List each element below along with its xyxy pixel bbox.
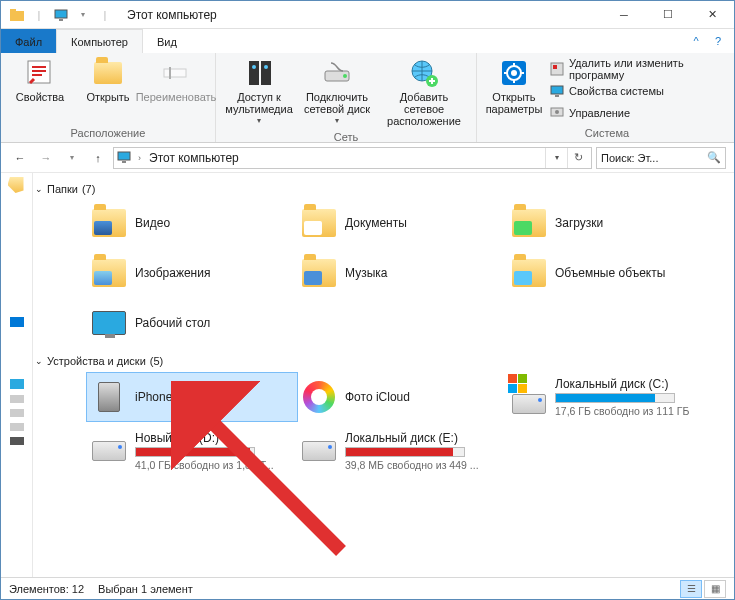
open-settings-button[interactable]: Открыть параметры (483, 55, 545, 117)
folder-name: Музыка (345, 266, 387, 280)
group-folders-count: (7) (82, 183, 95, 195)
address-dropdown-button[interactable]: ▾ (545, 148, 567, 168)
svg-rect-0 (10, 11, 24, 21)
ribbon-group-network-label: Сеть (334, 129, 358, 144)
status-selected: Выбран 1 элемент (98, 583, 193, 595)
chevron-right-icon[interactable]: › (136, 153, 143, 163)
device-item[interactable]: iPhone Pixel (87, 373, 297, 421)
svg-rect-3 (59, 19, 63, 21)
refresh-button[interactable]: ↻ (567, 148, 589, 168)
sidebar-item[interactable] (8, 177, 26, 195)
minimize-button[interactable]: ─ (602, 1, 646, 29)
ribbon-help-button[interactable]: ^ (686, 29, 710, 53)
folder-item[interactable]: Загрузки (507, 201, 717, 245)
folder-item[interactable]: Музыка (297, 251, 507, 295)
group-header-folders[interactable]: ⌄ Папки (7) (35, 179, 724, 201)
sidebar-item[interactable] (10, 409, 24, 417)
content-pane[interactable]: ⌄ Папки (7) ВидеоДокументыЗагрузкиИзобра… (33, 173, 734, 579)
sidebar-item[interactable] (10, 395, 24, 403)
sidebar-item[interactable] (10, 317, 24, 327)
navigation-bar: ← → ▾ ↑ › Этот компьютер ▾ ↻ Поиск: Эт..… (1, 143, 734, 173)
up-button[interactable]: ↑ (87, 147, 109, 169)
drive-item[interactable]: Новый том (D:)41,0 ГБ свободно из 1,81 Т… (87, 427, 297, 475)
add-netloc-label: Добавить сетевое расположение (380, 91, 468, 127)
device-item[interactable]: Фото iCloud (297, 373, 507, 421)
settings-icon (498, 57, 530, 89)
item-name: Новый том (D:) (135, 431, 274, 445)
address-segment[interactable]: Этот компьютер (147, 151, 241, 165)
qat-dropdown-icon[interactable]: ▾ (75, 7, 91, 23)
search-box[interactable]: Поиск: Эт... 🔍 (596, 147, 726, 169)
item-name: Локальный диск (C:) (555, 377, 689, 391)
ribbon-group-location: Свойства Открыть Переименовать Расположе… (1, 53, 216, 142)
folder-icon (301, 205, 337, 241)
folder-item[interactable]: Изображения (87, 251, 297, 295)
address-bar[interactable]: › Этот компьютер ▾ ↻ (113, 147, 592, 169)
search-icon: 🔍 (707, 151, 721, 164)
drive-item[interactable]: Локальный диск (E:)39,8 МБ свободно из 4… (297, 427, 507, 475)
drive-item[interactable]: Локальный диск (C:)17,6 ГБ свободно из 1… (507, 373, 717, 421)
sidebar-item[interactable] (10, 379, 24, 389)
uninstall-button[interactable]: Удалить или изменить программу (547, 59, 731, 79)
svg-rect-33 (518, 384, 527, 393)
tab-view[interactable]: Вид (143, 29, 191, 53)
help-button[interactable]: ? (710, 29, 734, 53)
item-name: Локальный диск (E:) (345, 431, 479, 445)
window-controls: ─ ☐ ✕ (602, 1, 734, 29)
uninstall-icon (549, 61, 565, 77)
quick-access-toolbar: | ▾ | (1, 7, 121, 23)
manage-button[interactable]: Управление (547, 103, 731, 123)
navigation-pane[interactable] (1, 173, 33, 579)
open-button[interactable]: Открыть (75, 55, 141, 105)
add-network-location-button[interactable]: Добавить сетевое расположение (378, 55, 470, 129)
item-name: Фото iCloud (345, 390, 410, 404)
tab-file[interactable]: Файл (1, 29, 56, 53)
folder-icon (91, 255, 127, 291)
folder-icon (91, 205, 127, 241)
svg-point-10 (264, 65, 268, 69)
item-icon (91, 433, 127, 469)
sidebar-item[interactable] (10, 437, 24, 445)
status-elements: Элементов: 12 (9, 583, 84, 595)
folder-name: Изображения (135, 266, 210, 280)
drive-free-space: 17,6 ГБ свободно из 111 ГБ (555, 405, 689, 417)
folder-item[interactable]: Документы (297, 201, 507, 245)
svg-rect-23 (553, 65, 557, 69)
manage-icon (549, 105, 565, 121)
media-access-button[interactable]: Доступ к мультимедиа ▾ (222, 55, 296, 129)
media-label: Доступ к мультимедиа (225, 91, 293, 115)
chevron-down-icon: ⌄ (35, 184, 43, 194)
add-netloc-icon (408, 57, 440, 89)
properties-button[interactable]: Свойства (7, 55, 73, 105)
system-properties-button[interactable]: Свойства системы (547, 81, 731, 101)
sidebar-item[interactable] (10, 423, 24, 431)
ribbon-group-system: Открыть параметры Удалить или изменить п… (477, 53, 735, 142)
map-drive-button[interactable]: Подключить сетевой диск ▾ (298, 55, 376, 129)
tab-computer[interactable]: Компьютер (56, 29, 143, 53)
search-placeholder: Поиск: Эт... (601, 152, 659, 164)
folder-name: Видео (135, 216, 170, 230)
group-header-devices[interactable]: ⌄ Устройства и диски (5) (35, 351, 724, 373)
close-button[interactable]: ✕ (690, 1, 734, 29)
recent-locations-button[interactable]: ▾ (61, 147, 83, 169)
svg-point-9 (252, 65, 256, 69)
svg-rect-30 (508, 374, 517, 383)
svg-rect-2 (55, 10, 67, 18)
folder-item[interactable]: Объемные объекты (507, 251, 717, 295)
folder-icon (511, 255, 547, 291)
maximize-button[interactable]: ☐ (646, 1, 690, 29)
uninstall-label: Удалить или изменить программу (569, 57, 729, 81)
back-button[interactable]: ← (9, 147, 31, 169)
sysprops-icon (549, 83, 565, 99)
folder-item[interactable]: Видео (87, 201, 297, 245)
svg-rect-25 (555, 95, 559, 97)
svg-point-17 (511, 70, 517, 76)
details-view-button[interactable]: ☰ (680, 580, 702, 598)
pc-icon (116, 149, 132, 167)
svg-rect-24 (551, 86, 563, 94)
rename-icon (160, 57, 192, 89)
folder-item[interactable]: Рабочий стол (87, 301, 297, 345)
folder-icon (91, 305, 127, 341)
icons-view-button[interactable]: ▦ (704, 580, 726, 598)
tab-file-label: Файл (15, 36, 42, 48)
